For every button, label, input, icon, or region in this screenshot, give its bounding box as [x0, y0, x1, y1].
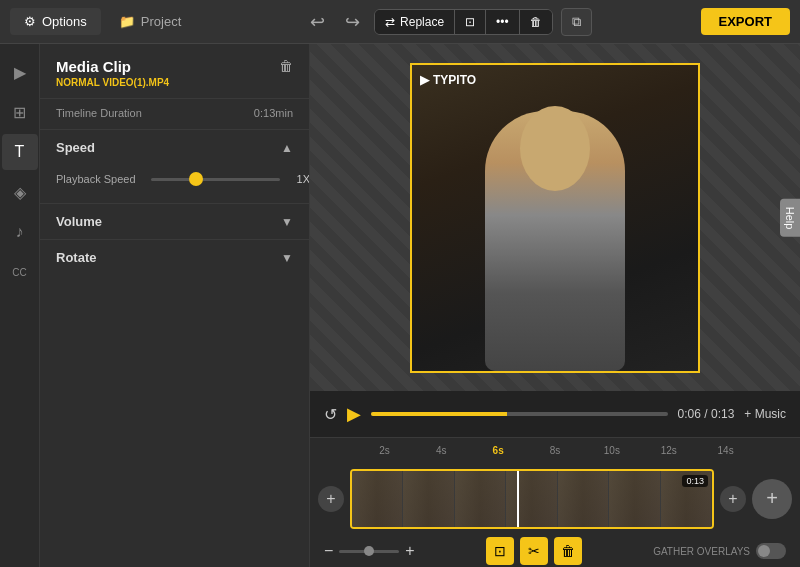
media-clip-duration: Timeline Duration 0:13min — [40, 99, 309, 130]
main-area: ▶ ⊞ T ◈ ♪ CC Media Clip NORMAL VIDEO(1).… — [0, 44, 800, 567]
timeline-add-right-button[interactable]: + — [720, 486, 746, 512]
gather-overlays-toggle[interactable] — [756, 543, 786, 559]
playback-progress-bar[interactable] — [371, 412, 668, 416]
speed-section-header[interactable]: Speed ▲ — [40, 130, 309, 165]
media-action-group: ⇄ Replace ⊡ ••• 🗑 — [374, 9, 553, 35]
timeline-thumb-2 — [403, 471, 454, 527]
sidebar-item-elements[interactable]: ◈ — [2, 174, 38, 210]
crop-icon: ⊡ — [465, 15, 475, 29]
copy-button[interactable]: ⧉ — [561, 8, 592, 36]
timeline-track[interactable]: 0:13 — [350, 469, 714, 529]
undo-button[interactable]: ↩ — [304, 7, 331, 37]
export-button[interactable]: EXPORT — [701, 8, 790, 35]
clip-tools: ⊡ ✂ 🗑 — [486, 537, 582, 565]
play-button[interactable]: ▶ — [347, 403, 361, 425]
ruler-mark-6s: 6s — [470, 445, 527, 456]
sidebar-item-logo[interactable]: ▶ — [2, 54, 38, 90]
zoom-controls: − + — [324, 542, 415, 560]
timeline-playhead[interactable] — [517, 471, 519, 527]
timeline-area: 2s 4s 6s 8s 10s 12s 14s + — [310, 437, 800, 567]
ruler-mark-8s: 8s — [527, 445, 584, 456]
loop-icon: ↺ — [324, 406, 337, 423]
delete-media-icon: 🗑 — [279, 58, 293, 74]
project-icon: 📁 — [119, 14, 135, 29]
volume-section-header[interactable]: Volume ▼ — [40, 203, 309, 239]
zoom-in-button[interactable]: + — [405, 542, 414, 560]
timeline-thumb-4 — [506, 471, 557, 527]
redo-button[interactable]: ↪ — [339, 7, 366, 37]
add-large-icon: + — [766, 487, 778, 510]
tabs-area: ⚙ Options 📁 Project — [10, 8, 195, 35]
help-tab[interactable]: Help — [780, 198, 800, 237]
sidebar-item-audio[interactable]: ♪ — [2, 214, 38, 250]
more-button[interactable]: ••• — [486, 10, 520, 34]
delete-clip-button[interactable]: 🗑 — [520, 10, 552, 34]
add-right-icon: + — [728, 490, 737, 508]
timeline-thumb-5 — [558, 471, 609, 527]
speed-chevron-icon: ▲ — [281, 141, 293, 155]
timeline-thumb-1 — [352, 471, 403, 527]
options-panel: Media Clip NORMAL VIDEO(1).MP4 🗑 Timelin… — [40, 44, 310, 567]
speed-section-content: Playback Speed 1X — [40, 165, 309, 203]
replace-button[interactable]: ⇄ Replace — [375, 10, 455, 34]
top-bar: ⚙ Options 📁 Project ↩ ↪ ⇄ Replace ⊡ ••• … — [0, 0, 800, 44]
timeline-bottom: − + ⊡ ✂ 🗑 GATHER OVERLAYS — [310, 535, 800, 567]
export-area: EXPORT — [701, 8, 790, 35]
timeline-ruler: 2s 4s 6s 8s 10s 12s 14s — [310, 438, 800, 462]
rotate-chevron-icon: ▼ — [281, 251, 293, 265]
delete-media-button[interactable]: 🗑 — [279, 58, 293, 74]
sidebar-item-media[interactable]: ⊞ — [2, 94, 38, 130]
captions-icon: CC — [12, 267, 26, 278]
media-clip-title: Media Clip — [56, 58, 169, 75]
media-icon: ⊞ — [13, 103, 26, 122]
ruler-mark-14s: 14s — [697, 445, 754, 456]
trash-icon: 🗑 — [530, 15, 542, 29]
media-clip-header: Media Clip NORMAL VIDEO(1).MP4 🗑 — [40, 44, 309, 99]
timeline-duration-badge: 0:13 — [682, 475, 708, 487]
typito-icon: ▶ — [420, 73, 429, 87]
split-tool-button[interactable]: ⊡ — [486, 537, 514, 565]
scissors-icon: ✂ — [528, 543, 540, 559]
canvas-area: ▶ TYPITO Help ↺ ▶ 0:06 / 0:13 + Music — [310, 44, 800, 567]
gather-overlays: GATHER OVERLAYS — [653, 543, 786, 559]
zoom-slider[interactable] — [339, 550, 399, 553]
playback-speed-slider[interactable] — [151, 178, 280, 181]
sidebar-item-text[interactable]: T — [2, 134, 38, 170]
playback-bar: ↺ ▶ 0:06 / 0:13 + Music — [310, 391, 800, 437]
ruler-mark-12s: 12s — [640, 445, 697, 456]
toolbar-center: ↩ ↪ ⇄ Replace ⊡ ••• 🗑 ⧉ — [304, 7, 592, 37]
video-content — [412, 65, 698, 371]
ruler-mark-4s: 4s — [413, 445, 470, 456]
add-clip-button[interactable]: + — [752, 479, 792, 519]
add-left-icon: + — [326, 490, 335, 508]
logo-icon: ▶ — [14, 63, 26, 82]
delete-tool-button[interactable]: 🗑 — [554, 537, 582, 565]
playback-speed-control: Playback Speed 1X — [56, 169, 293, 189]
playback-progress-fill — [371, 412, 507, 416]
play-icon: ▶ — [347, 404, 361, 424]
split-icon: ⊡ — [494, 543, 506, 559]
volume-chevron-icon: ▼ — [281, 215, 293, 229]
audio-icon: ♪ — [16, 223, 24, 241]
tab-options[interactable]: ⚙ Options — [10, 8, 101, 35]
timeline-add-left-button[interactable]: + — [318, 486, 344, 512]
media-clip-info: Media Clip NORMAL VIDEO(1).MP4 — [56, 58, 169, 88]
video-container: ▶ TYPITO Help — [310, 44, 800, 391]
time-display: 0:06 / 0:13 — [678, 407, 735, 421]
timeline-thumb-3 — [455, 471, 506, 527]
elements-icon: ◈ — [14, 183, 26, 202]
zoom-out-button[interactable]: − — [324, 542, 333, 560]
cut-tool-button[interactable]: ✂ — [520, 537, 548, 565]
loop-button[interactable]: ↺ — [324, 405, 337, 424]
ruler-mark-2s: 2s — [356, 445, 413, 456]
crop-button[interactable]: ⊡ — [455, 10, 486, 34]
add-music-button[interactable]: + Music — [744, 407, 786, 421]
text-icon: T — [15, 143, 25, 161]
sidebar-item-captions[interactable]: CC — [2, 254, 38, 290]
rotate-section-header[interactable]: Rotate ▼ — [40, 239, 309, 275]
tab-project[interactable]: 📁 Project — [105, 8, 195, 35]
replace-icon: ⇄ — [385, 15, 395, 29]
rotate-section: Rotate ▼ — [40, 239, 309, 275]
video-frame: ▶ TYPITO — [410, 63, 700, 373]
ruler-marks: 2s 4s 6s 8s 10s 12s 14s — [356, 445, 754, 456]
